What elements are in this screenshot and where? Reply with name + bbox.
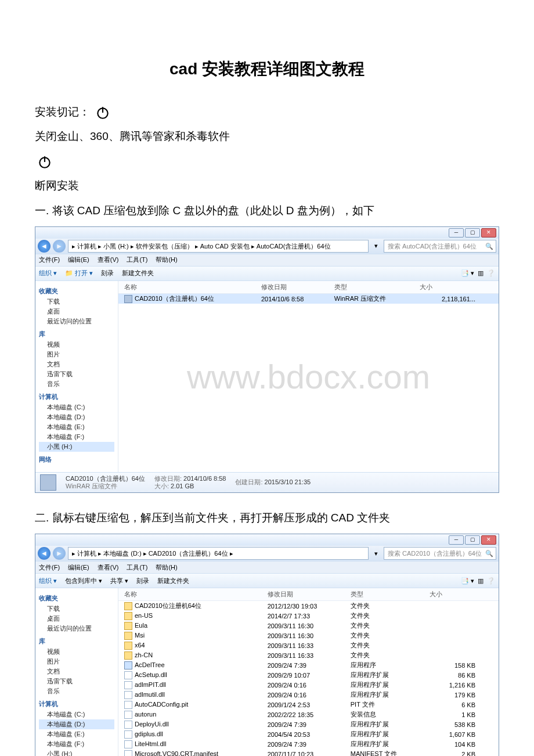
nav-recent[interactable]: 最近访问的位置 xyxy=(39,316,114,326)
minimize-button[interactable]: ─ xyxy=(449,535,464,545)
table-row[interactable]: CAD2010位注册机64位2012/12/30 19:03文件夹 xyxy=(118,601,499,611)
menu-help[interactable]: 帮助(H) xyxy=(156,563,177,572)
menubar: 文件(F) 编辑(E) 查看(V) 工具(T) 帮助(H) xyxy=(35,254,499,267)
nav-videos[interactable]: 视频 xyxy=(39,340,114,350)
explorer-window-2: ─ ▢ ✕ ◄ ► ▸ 计算机 ▸ 本地磁盘 (D:) ▸ CAD2010（含注… xyxy=(35,534,499,756)
table-row[interactable]: en-US2014/2/7 17:33文件夹 xyxy=(118,611,499,621)
col-size[interactable]: 大小 xyxy=(414,281,499,294)
forward-button[interactable]: ► xyxy=(53,240,66,253)
col-name[interactable]: 名称 xyxy=(118,281,255,294)
new-folder-button[interactable]: 新建文件夹 xyxy=(157,577,189,585)
maximize-button[interactable]: ▢ xyxy=(465,228,480,237)
back-button[interactable]: ◄ xyxy=(38,240,50,253)
nav-drive-e[interactable]: 本地磁盘 (E:) xyxy=(39,422,114,432)
back-button[interactable]: ◄ xyxy=(38,547,50,560)
preview-icon[interactable]: ▥ xyxy=(478,577,484,585)
menu-view[interactable]: 查看(V) xyxy=(98,563,119,572)
power-icon-inline xyxy=(35,153,499,170)
menu-view[interactable]: 查看(V) xyxy=(98,255,119,264)
nav-desktop[interactable]: 桌面 xyxy=(39,614,114,624)
nav-drive-f[interactable]: 本地磁盘 (F:) xyxy=(39,432,114,442)
table-row[interactable]: adlmPIT.dll2009/2/4 0:16应用程序扩展1,216 KB xyxy=(118,680,499,690)
table-row[interactable]: x642009/3/11 16:33文件夹 xyxy=(118,640,499,650)
close-button[interactable]: ✕ xyxy=(481,535,496,545)
new-folder-button[interactable]: 新建文件夹 xyxy=(122,269,154,278)
burn-button[interactable]: 刻录 xyxy=(101,269,114,278)
menu-edit[interactable]: 编辑(E) xyxy=(68,563,89,572)
close-button[interactable]: ✕ xyxy=(481,228,496,237)
col-date[interactable]: 修改日期 xyxy=(255,281,329,294)
nav-thunder[interactable]: 迅雷下载 xyxy=(39,676,114,686)
nav-drive-c[interactable]: 本地磁盘 (C:) xyxy=(39,402,114,412)
help-icon[interactable]: ❔ xyxy=(487,577,495,585)
search-input[interactable]: 搜索 AutoCAD(含注册机）64位 xyxy=(384,240,496,253)
page-title: cad 安装教程详细图文教程 xyxy=(35,58,499,80)
menu-tools[interactable]: 工具(T) xyxy=(127,563,147,572)
menu-tools[interactable]: 工具(T) xyxy=(127,255,147,264)
col-size[interactable]: 大小 xyxy=(424,588,499,601)
nav-music[interactable]: 音乐 xyxy=(39,379,114,389)
nav-downloads[interactable]: 下载 xyxy=(39,604,114,614)
menu-file[interactable]: 文件(F) xyxy=(39,255,60,264)
nav-drive-d[interactable]: 本地磁盘 (D:) xyxy=(39,719,114,729)
minimize-button[interactable]: ─ xyxy=(449,228,464,237)
table-row[interactable]: Microsoft.VC90.CRT.manifest2007/11/7 10:… xyxy=(118,749,499,756)
nav-desktop[interactable]: 桌面 xyxy=(39,307,114,316)
table-row[interactable]: LiteHtml.dll2009/2/4 7:39应用程序扩展104 KB xyxy=(118,739,499,749)
table-row[interactable]: AcDelTree2009/2/4 7:39应用程序158 KB xyxy=(118,660,499,670)
share-button[interactable]: 共享 ▾ xyxy=(110,577,128,585)
nav-network[interactable]: 网络 xyxy=(39,455,114,464)
view-icon[interactable]: 📑 ▾ xyxy=(461,577,474,585)
menu-help[interactable]: 帮助(H) xyxy=(156,255,177,264)
nav-drive-h[interactable]: 小黑 (H:) xyxy=(39,442,114,452)
col-type[interactable]: 类型 xyxy=(329,281,414,294)
table-row[interactable]: zh-CN2009/3/11 16:33文件夹 xyxy=(118,650,499,660)
organize-button[interactable]: 组织 ▾ xyxy=(39,577,57,585)
menu-edit[interactable]: 编辑(E) xyxy=(68,255,89,264)
nav-drive-f[interactable]: 本地磁盘 (F:) xyxy=(39,739,114,749)
table-row[interactable]: adlmutil.dll2009/2/4 0:16应用程序扩展179 KB xyxy=(118,690,499,700)
install-note: 安装切记： xyxy=(35,103,499,121)
open-button[interactable]: 📁 打开 ▾ xyxy=(65,269,93,278)
menu-file[interactable]: 文件(F) xyxy=(39,563,60,572)
table-row[interactable]: autorun2002/2/22 18:35安装信息1 KB xyxy=(118,710,499,719)
nav-videos[interactable]: 视频 xyxy=(39,647,114,657)
nav-music[interactable]: 音乐 xyxy=(39,686,114,696)
nav-pictures[interactable]: 图片 xyxy=(39,657,114,667)
help-icon[interactable]: ❔ xyxy=(487,269,495,277)
table-row[interactable]: Eula2009/3/11 16:30文件夹 xyxy=(118,621,499,631)
burn-button[interactable]: 刻录 xyxy=(136,577,149,585)
col-type[interactable]: 类型 xyxy=(345,588,424,601)
table-row[interactable]: AutoCADConfig.pit2009/1/24 2:53PIT 文件6 K… xyxy=(118,700,499,710)
nav-drive-e[interactable]: 本地磁盘 (E:) xyxy=(39,729,114,739)
nav-drive-h[interactable]: 小黑 (H:) xyxy=(39,749,114,756)
preview-icon[interactable]: ▥ xyxy=(478,269,484,277)
status-thumb-icon xyxy=(40,474,56,491)
nav-drive-c[interactable]: 本地磁盘 (C:) xyxy=(39,710,114,719)
table-row[interactable]: gdiplus.dll2004/5/4 20:53应用程序扩展1,607 KB xyxy=(118,729,499,739)
table-row[interactable]: CAD2010（含注册机）64位2014/10/6 8:58WinRAR 压缩文… xyxy=(118,293,499,304)
explorer-window-1: ─ ▢ ✕ ◄ ► ▸ 计算机 ▸ 小黑 (H:) ▸ 软件安装包（压缩） ▸ … xyxy=(35,226,499,493)
nav-recent[interactable]: 最近访问的位置 xyxy=(39,624,114,633)
nav-documents[interactable]: 文档 xyxy=(39,359,114,369)
table-row[interactable]: Msi2009/3/11 16:30文件夹 xyxy=(118,631,499,640)
nav-drive-d[interactable]: 本地磁盘 (D:) xyxy=(39,412,114,422)
search-input[interactable]: 搜索 CAD2010（含注册机）64位 xyxy=(384,547,496,560)
view-icon[interactable]: 📑 ▾ xyxy=(461,269,474,277)
organize-button[interactable]: 组织 ▾ xyxy=(39,269,57,278)
offline-note: 断网安装 xyxy=(35,177,499,195)
table-row[interactable]: AcSetup.dll2009/2/9 10:07应用程序扩展86 KB xyxy=(118,670,499,680)
breadcrumb[interactable]: ▸ 计算机 ▸ 本地磁盘 (D:) ▸ CAD2010（含注册机）64位 ▸ xyxy=(68,547,369,560)
nav-pane: 收藏夹 下载 桌面 最近访问的位置 库 视频 图片 文档 迅雷下载 音乐 计算机… xyxy=(35,588,118,756)
include-button[interactable]: 包含到库中 ▾ xyxy=(65,577,102,585)
col-date[interactable]: 修改日期 xyxy=(262,588,345,601)
nav-downloads[interactable]: 下载 xyxy=(39,297,114,307)
col-name[interactable]: 名称 xyxy=(118,588,262,601)
nav-documents[interactable]: 文档 xyxy=(39,667,114,676)
nav-thunder[interactable]: 迅雷下载 xyxy=(39,369,114,379)
table-row[interactable]: DeployUi.dll2009/2/4 7:39应用程序扩展538 KB xyxy=(118,719,499,729)
forward-button[interactable]: ► xyxy=(53,547,66,560)
nav-pictures[interactable]: 图片 xyxy=(39,350,114,359)
breadcrumb[interactable]: ▸ 计算机 ▸ 小黑 (H:) ▸ 软件安装包（压缩） ▸ Auto CAD 安… xyxy=(68,240,369,253)
maximize-button[interactable]: ▢ xyxy=(465,535,480,545)
